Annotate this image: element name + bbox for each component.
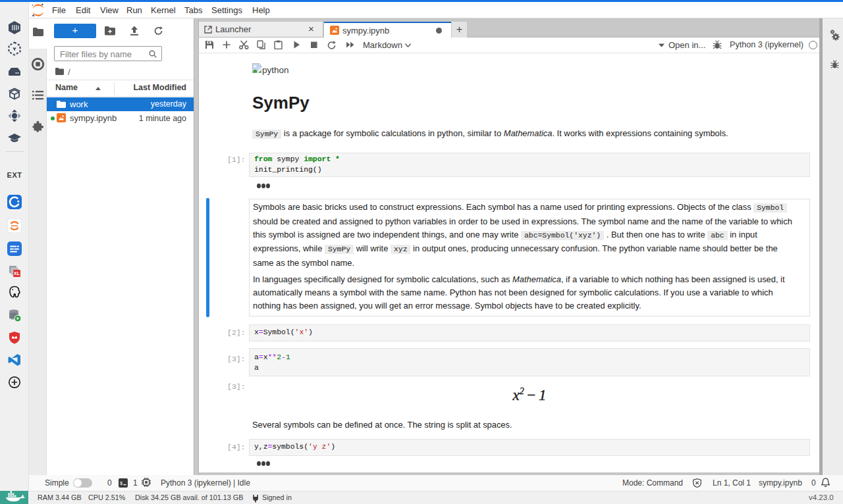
svg-text:$: $ — [120, 481, 122, 486]
svg-text:XL: XL — [14, 270, 20, 276]
